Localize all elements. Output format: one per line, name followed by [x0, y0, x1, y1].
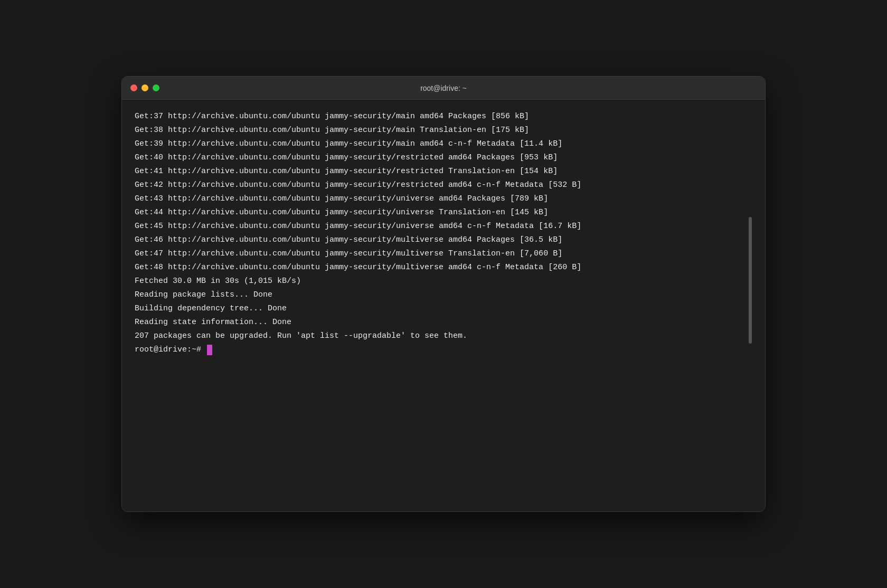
terminal-line: Get:40 http://archive.ubuntu.com/ubuntu …	[135, 151, 748, 164]
terminal-line: Get:48 http://archive.ubuntu.com/ubuntu …	[135, 261, 748, 274]
terminal-line: 207 packages can be upgraded. Run 'apt l…	[135, 330, 748, 343]
terminal-line: Get:43 http://archive.ubuntu.com/ubuntu …	[135, 193, 748, 205]
terminal-line: Get:37 http://archive.ubuntu.com/ubuntu …	[135, 110, 748, 123]
terminal-line: Get:47 http://archive.ubuntu.com/ubuntu …	[135, 248, 748, 260]
terminal-cursor	[207, 345, 212, 355]
terminal-line: Building dependency tree... Done	[135, 302, 748, 315]
traffic-lights	[130, 84, 159, 91]
terminal-titlebar: root@idrive: ~	[122, 77, 765, 100]
terminal-body[interactable]: Get:37 http://archive.ubuntu.com/ubuntu …	[122, 100, 765, 511]
terminal-line: Get:42 http://archive.ubuntu.com/ubuntu …	[135, 179, 748, 192]
terminal-prompt-line: root@idrive:~#	[135, 344, 748, 356]
minimize-button[interactable]	[141, 84, 148, 91]
terminal-line: Reading package lists... Done	[135, 289, 748, 301]
terminal-line: Fetched 30.0 MB in 30s (1,015 kB/s)	[135, 275, 748, 288]
scrollbar-thumb[interactable]	[749, 217, 752, 344]
terminal-line: Get:39 http://archive.ubuntu.com/ubuntu …	[135, 138, 748, 150]
terminal-line: Get:44 http://archive.ubuntu.com/ubuntu …	[135, 206, 748, 219]
terminal-line: Get:45 http://archive.ubuntu.com/ubuntu …	[135, 220, 748, 233]
terminal-line: Get:38 http://archive.ubuntu.com/ubuntu …	[135, 124, 748, 137]
close-button[interactable]	[130, 84, 137, 91]
terminal-content: Get:37 http://archive.ubuntu.com/ubuntu …	[135, 110, 748, 501]
terminal-line: Reading state information... Done	[135, 316, 748, 329]
scrollbar[interactable]	[748, 110, 752, 501]
terminal-window: root@idrive: ~ Get:37 http://archive.ubu…	[121, 76, 766, 512]
terminal-line: Get:41 http://archive.ubuntu.com/ubuntu …	[135, 165, 748, 178]
terminal-line: Get:46 http://archive.ubuntu.com/ubuntu …	[135, 234, 748, 246]
maximize-button[interactable]	[153, 84, 159, 91]
window-title: root@idrive: ~	[420, 84, 467, 92]
prompt-text: root@idrive:~#	[135, 344, 206, 356]
